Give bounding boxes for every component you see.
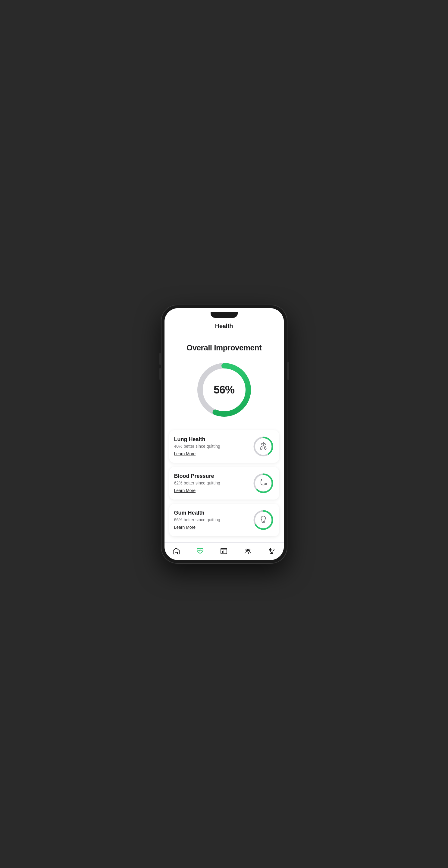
vol-down-button	[159, 368, 161, 380]
stethoscope-icon	[258, 478, 268, 489]
app-title: Health	[215, 323, 233, 329]
community-icon	[244, 547, 252, 555]
svg-point-15	[246, 549, 248, 551]
tooth-icon	[259, 515, 268, 525]
nav-item-health[interactable]	[193, 546, 207, 556]
lung-icon	[258, 441, 268, 452]
gum-icon-wrap	[253, 509, 274, 531]
lung-card-text: Lung Health 40% better since quitting Le…	[174, 436, 249, 457]
trophy-icon: 1	[267, 547, 276, 555]
finance-icon	[220, 547, 228, 555]
nav-item-home[interactable]	[169, 546, 184, 556]
gum-card-text: Gum Health 66% better since quitting Lea…	[174, 510, 249, 530]
phone-screen: Health Overall Improvement	[164, 308, 284, 560]
progress-circle: 56%	[194, 360, 254, 420]
power-button	[287, 362, 289, 380]
gum-card-subtitle: 66% better since quitting	[174, 517, 249, 522]
app-header: Health	[164, 318, 284, 334]
blood-pressure-icon-wrap	[253, 472, 274, 494]
gum-health-card: Gum Health 66% better since quitting Lea…	[169, 504, 279, 536]
lung-card-subtitle: 40% better since quitting	[174, 444, 249, 448]
notch-area	[164, 308, 284, 318]
home-icon	[172, 547, 181, 555]
lung-card-title: Lung Health	[174, 436, 249, 442]
screen-content: Health Overall Improvement	[164, 318, 284, 560]
blood-pressure-card-title: Blood Pressure	[174, 473, 249, 479]
lung-health-card: Lung Health 40% better since quitting Le…	[169, 430, 279, 463]
blood-pressure-card-subtitle: 62% better since quitting	[174, 480, 249, 485]
gum-card-title: Gum Health	[174, 510, 249, 516]
svg-point-2	[263, 442, 264, 443]
gum-learn-more-link[interactable]: Learn More	[174, 525, 196, 530]
overall-section: Overall Improvement	[169, 340, 279, 426]
main-content: Overall Improvement	[164, 334, 284, 542]
lung-learn-more-link[interactable]: Learn More	[174, 451, 196, 456]
notch	[211, 312, 238, 318]
bottom-nav: 1	[164, 542, 284, 560]
nav-item-achievements[interactable]: 1	[264, 546, 279, 556]
lung-icon-wrap	[253, 436, 274, 457]
overall-title: Overall Improvement	[187, 343, 261, 352]
svg-point-16	[248, 549, 250, 551]
blood-pressure-card: Blood Pressure 62% better since quitting…	[169, 467, 279, 499]
blood-pressure-learn-more-link[interactable]: Learn More	[174, 488, 196, 493]
nav-item-community[interactable]	[241, 546, 255, 556]
health-heart-icon	[196, 547, 204, 555]
phone-frame: Health Overall Improvement	[161, 305, 287, 564]
circle-percent-text: 56%	[214, 383, 234, 396]
vol-up-button	[159, 353, 161, 365]
svg-text:1: 1	[271, 549, 273, 551]
nav-item-finance[interactable]	[217, 546, 231, 556]
blood-pressure-card-text: Blood Pressure 62% better since quitting…	[174, 473, 249, 493]
